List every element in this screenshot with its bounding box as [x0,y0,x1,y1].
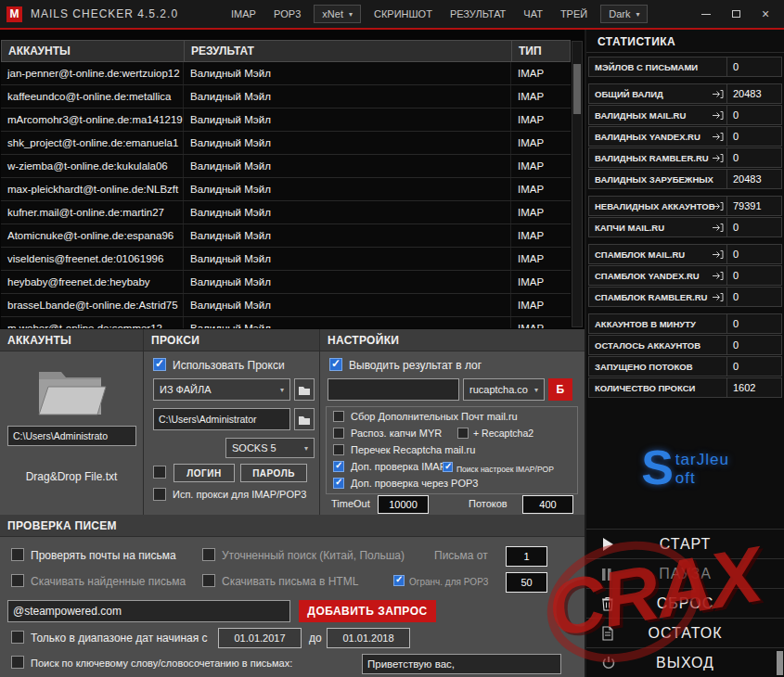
folder-icon [298,415,311,425]
export-icon[interactable] [712,132,724,144]
close-button[interactable]: × [751,1,780,27]
rest-button[interactable]: ОСТАТОК [586,618,784,647]
export-icon[interactable] [712,201,724,213]
checkbox-proxy-auth[interactable] [153,466,166,479]
checkbox-captcha-myr[interactable] [333,428,344,439]
stat-value: 0 [727,287,781,306]
checkbox-use-proxy[interactable] [153,358,166,371]
table-row[interactable]: kaffeeundco@t-online.de:metallicaВалидны… [1,85,571,109]
pop3-limit-field[interactable] [506,572,547,593]
table-row[interactable]: mArcomohr3@t-online.de:ma141219Валидный … [1,109,571,132]
checkbox-extra-pop3-check[interactable] [333,478,344,489]
minimize-button[interactable] [691,1,721,27]
checkbox-date-range[interactable] [11,631,24,644]
menu-item-imap[interactable]: IMAP [226,5,261,23]
date-to-field[interactable] [327,628,410,648]
folder-icon [298,385,311,395]
column-header-result[interactable]: РЕЗУЛЬТАТ [185,41,512,61]
captcha-key-field[interactable] [328,378,459,401]
exit-button[interactable]: ВЫХОД [586,647,784,677]
table-row[interactable]: brasseLbande@t-online.de:Astrid75Валидны… [1,294,571,317]
stat-value: 0 [727,266,781,285]
stat-row: МЭЙЛОВ С ПИСЬМАМИ0 [588,57,782,77]
table-row[interactable]: jan-penner@t-online.de:wertzuiop12Валидн… [1,62,571,85]
checkbox-imap-pop-settings-search[interactable] [443,462,453,472]
threads-field[interactable] [522,495,573,514]
menu-item-xnet[interactable]: xNet▾ [314,5,361,23]
stat-row: СПАМБЛОК RAMBLER.RU0 [588,287,782,307]
table-row[interactable]: w-ziemba@t-online.de:kukulala06Валидный … [1,155,571,178]
checkbox-download-found[interactable] [11,574,24,587]
proxy-source-select[interactable]: ИЗ ФАЙЛА ▾ [153,378,290,401]
table-row[interactable]: Atomicnuke@t-online.de:espana96Валидный … [1,224,571,248]
table-row[interactable]: kufner.mail@t-online.de:martin27Валидный… [1,201,571,224]
column-header-accounts[interactable]: АККАУНТЫ [2,41,185,61]
export-icon[interactable] [712,153,724,165]
folder-icon[interactable] [35,364,109,422]
proxy-file-browse-button[interactable] [294,378,315,401]
date-from-field[interactable] [218,628,302,648]
menu-item-скриншот[interactable]: СКРИНШОТ [369,5,437,23]
checkbox-proxy-imap-pop3[interactable] [153,488,166,501]
export-icon[interactable] [712,223,724,235]
column-header-type[interactable]: ТИП [512,41,570,61]
menu-item-трей[interactable]: ТРЕЙ [556,5,592,23]
account-cell: kufner.mail@t-online.de:martin27 [1,201,184,224]
reset-button[interactable]: СБРОС [586,588,784,618]
table-row[interactable]: viseldenis@freenet.de:01061996Валидный М… [1,248,571,271]
maximize-button[interactable] [721,1,751,27]
pause-label: ПАУЗА [659,566,712,582]
menu-item-pop3[interactable]: POP3 [269,5,305,23]
keyword-field[interactable] [362,654,561,674]
checkbox-collect-extra-mails[interactable] [333,411,344,422]
checkbox-extra-imap-check[interactable] [333,461,344,472]
timeout-field[interactable] [378,495,429,514]
menu-item-результат[interactable]: РЕЗУЛЬТАТ [445,5,510,23]
login-button[interactable]: ЛОГИН [174,464,235,482]
stat-label: ОБЩИЙ ВАЛИД [589,84,727,103]
start-button[interactable]: СТАРТ [586,529,784,558]
pause-button[interactable]: ПАУЗА [586,558,784,588]
table-row[interactable]: heybaby@freenet.de:heybabyВалидный МэйлI… [1,271,571,294]
menu-item-dark[interactable]: Dark▾ [600,5,648,23]
checkbox-check-letters[interactable] [11,548,24,561]
export-icon[interactable] [712,271,724,283]
stat-value: 0 [727,127,781,146]
table-row[interactable]: shk_project@t-online.de:emanuela1Валидны… [1,132,571,155]
checkbox-recheck-recaptcha[interactable] [333,444,344,455]
add-query-button[interactable]: ДОБАВИТЬ ЗАПРОС [299,600,436,622]
balance-button[interactable]: Б [548,378,572,401]
checkbox-keyword-search[interactable] [11,656,24,669]
scrollbar-thumb[interactable] [573,64,581,114]
export-icon[interactable] [712,89,724,101]
account-cell: w-ziemba@t-online.de:kukulala06 [1,155,184,177]
table-row[interactable]: m.weber@t-online.de:sommer12Валидный Мэй… [1,317,571,328]
type-cell: IMAP [511,155,571,177]
stat-label: ОСТАЛОСЬ АККАУНТОВ [589,336,727,354]
letters-from-field[interactable] [506,546,547,567]
option-label-extra-pop3-check: Доп. проверка через POP3 [351,478,478,489]
proxy-path-browse-button[interactable] [294,408,315,430]
search-query-field[interactable] [7,600,290,622]
table-row[interactable]: max-pleickhardt@t-online.de:NLBzftВалидн… [1,178,571,201]
checkbox-recaptcha2[interactable] [457,428,469,439]
proxy-path-field[interactable] [153,408,290,430]
export-icon[interactable] [712,292,724,304]
checkbox-refined-search[interactable] [202,548,215,561]
export-icon[interactable] [712,249,724,262]
menu-item-чат[interactable]: ЧАТ [519,5,547,23]
table-scrollbar[interactable] [572,41,583,327]
download-found-label: Скачивать найденные письма [31,575,186,588]
proxy-type-select[interactable]: SOCKS 5 ▾ [225,438,315,458]
captcha-service-select[interactable]: rucaptcha.co ▾ [463,378,545,401]
date-range-label: Только в диапазоне дат начиная с [31,632,208,645]
export-icon[interactable] [712,110,724,122]
logo-initial: S [641,443,674,492]
right-panel-scrollbar[interactable] [777,651,783,675]
checkbox-download-html[interactable] [202,574,215,587]
password-button[interactable]: ПАРОЛЬ [240,464,307,482]
checkbox-log-output[interactable] [329,358,342,371]
download-html-label: Скачивать письма в HTML [222,575,358,588]
checkbox-pop3-limit[interactable] [393,575,405,586]
accounts-file-path-field[interactable] [7,426,136,446]
